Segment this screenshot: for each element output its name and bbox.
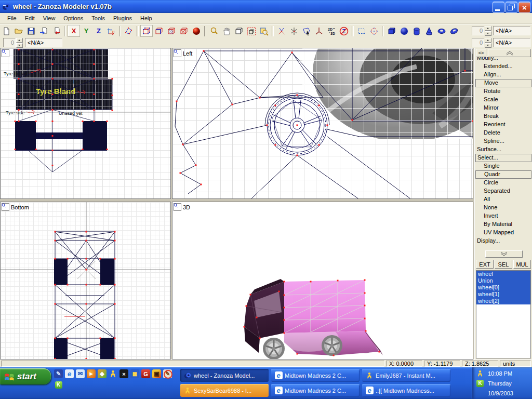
create-cube-button[interactable] (385, 25, 398, 37)
axis-y-button[interactable]: Y (80, 25, 92, 37)
axis-x-button[interactable]: X (68, 25, 80, 37)
minimize-button[interactable] (493, 2, 504, 13)
pan-tool-button[interactable] (220, 25, 233, 37)
sidebar-collapse-button[interactable]: <> (476, 49, 486, 57)
sidebar-item-modify[interactable]: Modify... (475, 57, 531, 62)
media-player-icon[interactable]: ▶ (87, 369, 96, 378)
restore-button[interactable] (506, 2, 517, 13)
viewport-menu-button[interactable] (2, 203, 9, 211)
edge-mode-button[interactable] (153, 25, 165, 37)
taskbar-button-midtown-3[interactable]: e .:|[ Midtown Madness... (362, 384, 450, 397)
material-combo-1[interactable]: <N/A> (493, 26, 530, 35)
viewport-menu-button[interactable] (174, 203, 181, 211)
viewport-bottom[interactable]: Bottom (0, 202, 171, 360)
value-spinner-2[interactable]: 0 (472, 38, 491, 47)
sidebar-item-by-material[interactable]: By Material (475, 220, 531, 229)
sidebar-item-circle[interactable]: Circle (475, 179, 531, 187)
mail-icon[interactable]: ✉ (76, 369, 85, 378)
black-x-app-icon[interactable]: × (119, 369, 128, 378)
show-desktop-icon[interactable]: ✎ (54, 369, 63, 378)
viewport-menu-button[interactable] (174, 49, 181, 57)
taskbar-button-aim-sexysarbear[interactable]: SexySarBear6988 - I... (180, 384, 269, 397)
object-list-item[interactable]: wheel[1] (476, 291, 530, 298)
viewport-left[interactable]: Left (172, 48, 473, 199)
aim-tray-icon[interactable] (472, 370, 488, 377)
taskbar-button-midtown-2[interactable]: e Midtown Madness 2 C... (271, 384, 360, 397)
object-list-item[interactable]: wheel[0] (476, 284, 530, 291)
import-button[interactable] (37, 25, 50, 37)
kazaa-tray-icon[interactable]: K (472, 380, 488, 387)
create-cone-button[interactable] (423, 25, 435, 37)
menu-plugins[interactable]: Plugins (109, 14, 136, 22)
taskbar-button-midtown-1[interactable]: e Midtown Madness 2 C... (271, 369, 360, 382)
sidebar-scroll-down-button[interactable] (485, 250, 523, 258)
zoom-region-button[interactable] (258, 25, 270, 37)
axis-z-button[interactable]: Z (92, 25, 105, 37)
menu-options[interactable]: Options (59, 14, 87, 22)
sidebar-item-surface[interactable]: Surface... (475, 145, 531, 154)
kazaa-icon[interactable]: K (54, 380, 63, 389)
menu-view[interactable]: View (39, 14, 60, 22)
sidebar-item-break[interactable]: Break (475, 112, 531, 121)
create-geosphere-button[interactable] (448, 25, 460, 37)
start-button[interactable]: start (0, 368, 51, 384)
object-mode-button[interactable] (178, 25, 190, 37)
sidebar-item-all[interactable]: All (475, 195, 531, 204)
sel-button[interactable]: SEL (495, 260, 512, 269)
close-button[interactable]: × (518, 2, 530, 13)
msn-icon[interactable]: ◆ (98, 369, 107, 378)
viewport-3d[interactable]: 3D (172, 202, 473, 360)
axis-gizmo-button[interactable]: vH (105, 25, 117, 37)
sidebar-item-separated[interactable]: Separated (475, 187, 531, 195)
vertex-star-button[interactable] (288, 25, 300, 37)
taskbar-button-aim-emily[interactable]: EmilyJ687 - Instant M... (362, 369, 450, 382)
zoom-tool-button[interactable] (208, 25, 220, 37)
select-object-button[interactable] (245, 25, 258, 37)
sidebar-item-uv-mapped[interactable]: UV Mapped (475, 229, 531, 237)
menu-file[interactable]: File (3, 14, 21, 22)
paint-disabled-icon[interactable]: ✎ (163, 369, 172, 378)
value-spinner-1[interactable]: 0 (472, 26, 491, 35)
ext-button[interactable]: EXT (476, 260, 494, 269)
view-cube-button[interactable] (233, 25, 245, 37)
rect-select-button[interactable] (355, 25, 368, 37)
taskbar-button-zmodeler[interactable]: wheel - Zanoza Model... (180, 369, 269, 382)
menu-help[interactable]: Help (136, 14, 156, 22)
export-button[interactable] (50, 25, 62, 37)
object-list-item[interactable]: wheel[2] (476, 298, 530, 304)
save-file-button[interactable] (25, 25, 37, 37)
sidebar-item-mirror[interactable]: Mirror (475, 104, 531, 112)
left-value-spinner[interactable]: 0 (3, 38, 23, 47)
weld-tool-button[interactable] (275, 25, 288, 37)
sidebar-item-quadr[interactable]: Quadr (475, 170, 531, 179)
getright-icon[interactable]: G (141, 369, 150, 378)
sidebar-item-reorient[interactable]: Reorient (475, 121, 531, 129)
face-mode-button[interactable] (165, 25, 178, 37)
vertex-mode-button[interactable] (140, 25, 153, 37)
new-file-button[interactable] (0, 25, 12, 37)
sidebar-item-align[interactable]: Align... (475, 71, 531, 79)
viewport-front[interactable]: Tyre Bland ed for on tyre Tyre thread Ty… (0, 48, 171, 199)
open-file-button[interactable] (12, 25, 25, 37)
sidebar-item-scale[interactable]: Scale (475, 96, 531, 104)
lasso-select-button[interactable] (300, 25, 313, 37)
sidebar-item-move[interactable]: Move (475, 79, 531, 87)
poly-select-button[interactable] (123, 25, 135, 37)
sidebar-item-display[interactable]: Display... (475, 237, 531, 245)
sidebar-item-rotate[interactable]: Rotate (475, 87, 531, 96)
material-combo-2[interactable]: <N/A> (493, 38, 530, 47)
object-list-item[interactable]: Union (476, 277, 530, 284)
menu-tools[interactable]: Tools (87, 14, 109, 22)
sidebar-item-extended[interactable]: Extended... (475, 62, 531, 71)
aim-icon[interactable] (109, 369, 117, 378)
create-torus-button[interactable] (435, 25, 448, 37)
sidebar-item-select[interactable]: Select... (475, 154, 531, 162)
sidebar-item-single[interactable]: Single (475, 162, 531, 170)
sidebar-item-none[interactable]: None (475, 204, 531, 212)
sidebar-item-delete[interactable]: Delete (475, 129, 531, 137)
menu-edit[interactable]: Edit (21, 14, 39, 22)
toggle-2d-3d-button[interactable]: 2D3D (325, 25, 338, 37)
sidebar-scroll-up-button[interactable] (488, 49, 531, 57)
blue-grid-app-icon[interactable]: ▦ (130, 369, 139, 378)
z-lock-button[interactable]: Z (338, 25, 350, 37)
